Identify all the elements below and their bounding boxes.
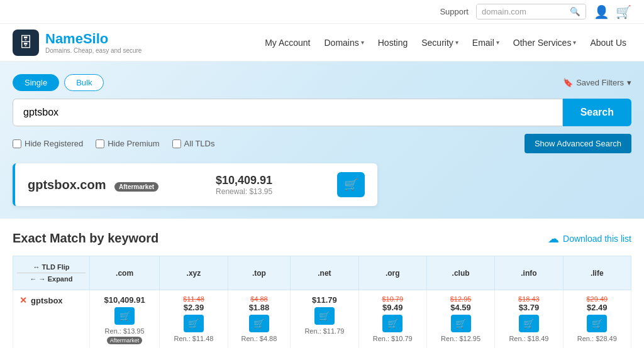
hide-registered-checkbox[interactable] [13, 139, 21, 148]
th-expand: ← → Expand [17, 273, 86, 285]
hide-premium-checkbox[interactable] [96, 139, 104, 148]
price-main: $9.49 [363, 303, 423, 312]
user-icon[interactable]: 👤 [594, 4, 609, 19]
nav-my-account[interactable]: My Account [260, 34, 315, 52]
results-header: Exact Match by keyword ☁ Download this l… [13, 231, 631, 246]
th-info: .info [495, 256, 563, 290]
table-row: ✕gptsbox$10,409.91🛒Ren.: $13.95Aftermark… [13, 290, 631, 349]
price-renewal: Ren.: $28.49 [567, 335, 627, 342]
price-cell-club: $12.95$4.59🛒Ren.: $12.95 [426, 290, 494, 349]
price-strikethrough: $4.88 [232, 295, 287, 303]
price-strikethrough: $10.79 [363, 295, 423, 303]
price-cell-top: $4.88$1.88🛒Ren.: $4.88 [228, 290, 291, 349]
price-main: $10,409.91 [94, 295, 155, 305]
price-main: $11.79 [294, 295, 354, 305]
logo-icon: 🗄 [13, 30, 39, 56]
th-flip-expand: ↔ TLD Flip ← → Expand [13, 256, 90, 290]
nav-email[interactable]: Email ▾ [467, 34, 504, 52]
add-to-cart-button[interactable]: 🛒 [314, 307, 335, 325]
keyword-td: ✕gptsbox [13, 290, 90, 349]
nav-other-services[interactable]: Other Services ▾ [508, 34, 582, 52]
featured-domain-name: gptsbox.com Aftermarket [28, 178, 158, 192]
saved-filters-label: Saved Filters [576, 78, 624, 87]
add-to-cart-button[interactable]: 🛒 [249, 315, 269, 332]
all-tlds-label: All TLDs [184, 139, 215, 148]
price-renewal: Ren.: $4.88 [232, 335, 287, 342]
logo-icon-symbol: 🗄 [19, 35, 33, 51]
featured-domain-tld: .com [77, 178, 106, 192]
tab-bulk[interactable]: Bulk [64, 74, 104, 91]
support-link[interactable]: Support [440, 7, 469, 16]
th-club: .club [426, 256, 494, 290]
nav-about-us[interactable]: About Us [585, 34, 631, 52]
add-to-cart-button[interactable]: 🛒 [519, 315, 539, 332]
price-cell-org: $10.79$9.49🛒Ren.: $10.79 [358, 290, 426, 349]
download-list-link[interactable]: ☁ Download this list [548, 232, 631, 246]
header-icons: 👤 🛒 [594, 4, 631, 19]
price-renewal: Ren.: $11.48 [164, 335, 223, 342]
price-renewal: Ren.: $10.79 [363, 335, 423, 342]
nav-security[interactable]: Security ▾ [416, 34, 464, 52]
download-label: Download this list [563, 234, 631, 244]
advanced-search-button[interactable]: Show Advanced Search [525, 134, 631, 153]
featured-add-to-cart-button[interactable]: 🛒 [337, 172, 365, 197]
price-main: $2.49 [567, 303, 627, 312]
logo-text: NameSilo Domains. Cheap, easy and secure [45, 31, 142, 54]
x-icon[interactable]: ✕ [19, 295, 27, 305]
price-cell-xyz: $11.48$2.39🛒Ren.: $11.48 [160, 290, 228, 349]
tab-single[interactable]: Single [13, 74, 59, 91]
th-top: .top [228, 256, 291, 290]
chevron-down-icon: ▾ [496, 39, 499, 46]
all-tlds-filter[interactable]: All TLDs [172, 139, 215, 148]
aftermarket-badge: Aftermarket [114, 182, 158, 192]
add-to-cart-button[interactable]: 🛒 [114, 307, 135, 325]
hide-registered-label: Hide Registered [25, 139, 83, 148]
top-search-input[interactable] [477, 4, 565, 19]
logo[interactable]: 🗄 NameSilo Domains. Cheap, easy and secu… [13, 30, 142, 56]
domain-search-input[interactable] [13, 99, 563, 126]
price-main: $3.79 [499, 303, 558, 312]
filter-checkboxes: Hide Registered Hide Premium All TLDs [13, 139, 214, 148]
chevron-down-icon: ▾ [573, 39, 576, 46]
add-to-cart-button[interactable]: 🛒 [184, 315, 204, 332]
saved-filters-button[interactable]: 🔖 Saved Filters ▾ [563, 78, 631, 87]
price-cell-net: $11.79🛒Ren.: $11.79 [291, 290, 358, 349]
hide-premium-label: Hide Premium [108, 139, 159, 148]
top-search-bar: 🔍 [476, 4, 586, 19]
add-to-cart-button[interactable]: 🛒 [382, 315, 402, 332]
featured-price: $10,409.91 Renewal: $13.95 [216, 174, 272, 196]
search-section: Single Bulk 🔖 Saved Filters ▾ Search Hid… [13, 74, 631, 206]
nav-domains[interactable]: Domains ▾ [319, 34, 369, 52]
cart-header-icon[interactable]: 🛒 [616, 4, 631, 19]
price-main: $4.59 [431, 303, 491, 312]
tab-row-left: Single Bulk [13, 74, 104, 91]
price-renewal: Ren.: $11.79 [294, 327, 354, 335]
download-icon: ☁ [548, 232, 559, 246]
th-net: .net [291, 256, 358, 290]
price-strikethrough: $11.48 [164, 295, 223, 303]
results-section: Exact Match by keyword ☁ Download this l… [0, 219, 644, 348]
hide-registered-filter[interactable]: Hide Registered [13, 139, 83, 148]
aftermarket-badge: Aftermarket [107, 337, 143, 344]
th-flip: ↔ TLD Flip [17, 261, 86, 273]
price-cell-life: $29.49$2.49🛒Ren.: $28.49 [563, 290, 631, 349]
price-main: $2.39 [164, 303, 223, 312]
add-to-cart-button[interactable]: 🛒 [451, 315, 471, 332]
chevron-down-icon: ▾ [455, 39, 458, 46]
featured-domain-keyword: gptsbox [28, 178, 77, 192]
featured-domain-card: gptsbox.com Aftermarket $10,409.91 Renew… [13, 163, 377, 206]
saved-filters-icon: 🔖 [563, 78, 573, 87]
top-search-button[interactable]: 🔍 [565, 4, 586, 19]
featured-domain-label: gptsbox.com Aftermarket [28, 178, 158, 192]
hide-premium-filter[interactable]: Hide Premium [96, 139, 159, 148]
all-tlds-checkbox[interactable] [172, 139, 181, 148]
logo-name-part2: Silo [83, 31, 108, 46]
logo-name-part1: Name [45, 31, 83, 46]
nav-hosting[interactable]: Hosting [373, 34, 413, 52]
filter-row: Hide Registered Hide Premium All TLDs Sh… [13, 134, 631, 153]
search-button[interactable]: Search [563, 99, 631, 126]
price-strikethrough: $12.95 [431, 295, 491, 303]
price-cell-com: $10,409.91🛒Ren.: $13.95Aftermarket [89, 290, 159, 349]
add-to-cart-button[interactable]: 🛒 [587, 315, 607, 332]
featured-renewal: Renewal: $13.95 [216, 187, 272, 196]
